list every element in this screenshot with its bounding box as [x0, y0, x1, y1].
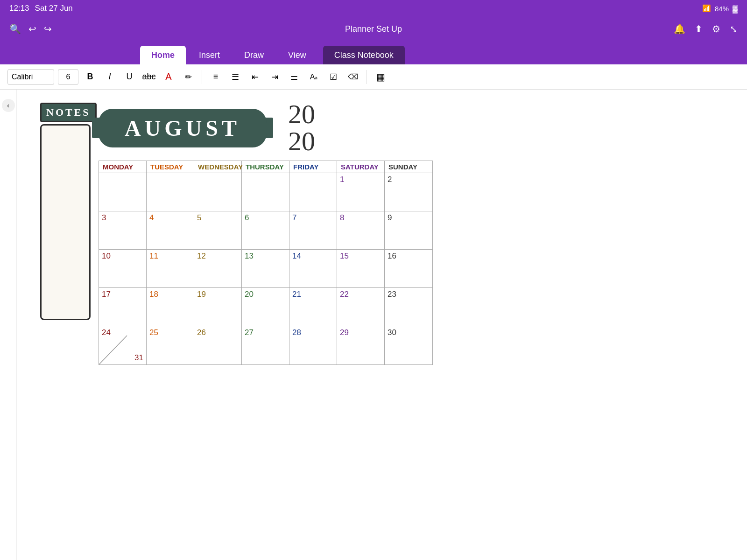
col-header-friday: FRIDAY [289, 161, 337, 173]
month-text: AUGUST [125, 116, 240, 140]
font-color-button[interactable]: A [161, 69, 176, 85]
cell-aug-1[interactable]: 1 [337, 173, 385, 211]
year-display: 20 20 [288, 101, 315, 155]
cell-aug-3[interactable]: 3 [99, 211, 147, 250]
italic-button[interactable]: I [102, 69, 118, 85]
wifi-icon: 📶 [702, 4, 711, 13]
cell-aug-9[interactable]: 9 [385, 211, 432, 250]
notification-icon[interactable]: 🔔 [674, 23, 685, 35]
bullet-list-button[interactable]: ≡ [208, 69, 224, 85]
col-header-monday: MONDAY [99, 161, 147, 173]
calendar-week-2: 3 4 5 6 7 8 9 [99, 211, 432, 250]
cell-aug-12[interactable]: 12 [194, 250, 242, 288]
share-icon[interactable]: ⬆ [695, 23, 703, 35]
collapse-sidebar-button[interactable]: ‹ [2, 99, 15, 112]
cell-aug-17[interactable]: 17 [99, 288, 147, 326]
cell-aug-4[interactable]: 4 [147, 211, 194, 250]
status-bar: 12:13 Sat 27 Jun 📶 84% ▓ [0, 0, 747, 17]
highlight-button[interactable]: ✏ [180, 69, 196, 85]
cell-aug-24-31[interactable]: 24 31 [99, 326, 147, 364]
cell-aug-26[interactable]: 26 [194, 326, 242, 364]
col-header-saturday: SATURDAY [337, 161, 385, 173]
col-header-tuesday: TUESDAY [147, 161, 194, 173]
cell-aug-18[interactable]: 18 [147, 288, 194, 326]
tab-view[interactable]: View [277, 46, 317, 64]
cell-aug-23[interactable]: 23 [385, 288, 432, 326]
cell-aug-28[interactable]: 28 [289, 326, 337, 364]
underline-button[interactable]: U [121, 69, 137, 85]
cell-empty-2[interactable] [147, 173, 194, 211]
cell-aug-15[interactable]: 15 [337, 250, 385, 288]
cell-aug-25[interactable]: 25 [147, 326, 194, 364]
cell-aug-13[interactable]: 13 [242, 250, 289, 288]
calendar-week-3: 10 11 12 13 14 15 16 [99, 250, 432, 288]
increase-indent-button[interactable]: ⇥ [267, 69, 282, 85]
decrease-indent-button[interactable]: ⇤ [247, 69, 263, 85]
battery-icon: ▓ [733, 5, 738, 13]
sidebar-toggle[interactable]: ‹ [0, 90, 17, 560]
style-button[interactable]: Aₐ [306, 69, 322, 85]
undo-icon[interactable]: ↩ [28, 23, 36, 35]
col-header-thursday: THURSDAY [242, 161, 289, 173]
cell-aug-8[interactable]: 8 [337, 211, 385, 250]
cell-aug-20[interactable]: 20 [242, 288, 289, 326]
insert-table-button[interactable]: ▦ [373, 69, 388, 85]
cell-aug-7[interactable]: 7 [289, 211, 337, 250]
numbered-list-button[interactable]: ☰ [227, 69, 243, 85]
notes-section: NOTES [40, 103, 97, 320]
settings-icon[interactable]: ⚙ [712, 23, 720, 35]
cell-empty-4[interactable] [242, 173, 289, 211]
nav-tabs: Home Insert Draw View Class Notebook [0, 41, 747, 64]
date-display: Sat 27 Jun [35, 4, 73, 13]
toolbar: Calibri 6 B I U abc A ✏ ≡ ☰ ⇤ ⇥ ⚌ Aₐ ☑ ⌫… [0, 64, 747, 90]
calendar-header: AUGUST 20 20 [99, 101, 433, 155]
calendar-header-row: MONDAY TUESDAY WEDNESDAY THURSDAY FRIDAY… [99, 161, 432, 173]
tab-draw[interactable]: Draw [233, 46, 275, 64]
time-display: 12:13 [9, 4, 29, 13]
collapse-icon[interactable]: ⤡ [730, 23, 738, 35]
notes-box[interactable] [40, 124, 91, 320]
cell-aug-11[interactable]: 11 [147, 250, 194, 288]
cell-empty-1[interactable] [99, 173, 147, 211]
font-size-selector[interactable]: 6 [58, 69, 78, 85]
cell-aug-27[interactable]: 27 [242, 326, 289, 364]
checkbox-button[interactable]: ☑ [325, 69, 341, 85]
calendar-week-4: 17 18 19 20 21 22 23 [99, 288, 432, 326]
cell-aug-6[interactable]: 6 [242, 211, 289, 250]
cell-aug-29[interactable]: 29 [337, 326, 385, 364]
cell-empty-5[interactable] [289, 173, 337, 211]
svg-line-0 [99, 336, 127, 364]
cell-aug-5[interactable]: 5 [194, 211, 242, 250]
canvas-area: NOTES AUGUST 20 20 [17, 90, 747, 560]
notes-label: NOTES [46, 106, 91, 118]
calendar-section: AUGUST 20 20 MONDAY TUESDAY WEDNESDAY TH… [99, 101, 433, 365]
align-button[interactable]: ⚌ [286, 69, 302, 85]
toolbar-divider-1 [202, 70, 202, 84]
strikethrough-button[interactable]: abc [141, 69, 157, 85]
tab-home[interactable]: Home [140, 46, 186, 64]
search-icon[interactable]: 🔍 [9, 23, 21, 35]
eraser-button[interactable]: ⌫ [345, 69, 361, 85]
tab-class-notebook[interactable]: Class Notebook [323, 46, 405, 64]
month-banner: AUGUST [99, 109, 267, 147]
main-content: ‹ NOTES AUGUST [0, 90, 747, 560]
cell-aug-19[interactable]: 19 [194, 288, 242, 326]
toolbar-divider-2 [366, 70, 367, 84]
battery-percent: 84% [715, 5, 729, 13]
cell-aug-14[interactable]: 14 [289, 250, 337, 288]
cell-aug-16[interactable]: 16 [385, 250, 432, 288]
cell-aug-30[interactable]: 30 [385, 326, 432, 364]
tab-insert[interactable]: Insert [188, 46, 231, 64]
cell-aug-22[interactable]: 22 [337, 288, 385, 326]
bold-button[interactable]: B [82, 69, 98, 85]
title-bar: 🔍 ↩ ↪ Planner Set Up 🔔 ⬆ ⚙ ⤡ [0, 17, 747, 41]
calendar-grid: MONDAY TUESDAY WEDNESDAY THURSDAY FRIDAY… [99, 161, 433, 365]
calendar-week-5: 24 31 25 26 27 28 29 30 [99, 326, 432, 364]
cell-empty-3[interactable] [194, 173, 242, 211]
cell-aug-2[interactable]: 2 [385, 173, 432, 211]
cell-aug-10[interactable]: 10 [99, 250, 147, 288]
col-header-sunday: SUNDAY [385, 161, 432, 173]
redo-icon[interactable]: ↪ [44, 23, 52, 35]
cell-aug-21[interactable]: 21 [289, 288, 337, 326]
font-selector[interactable]: Calibri [7, 69, 54, 85]
